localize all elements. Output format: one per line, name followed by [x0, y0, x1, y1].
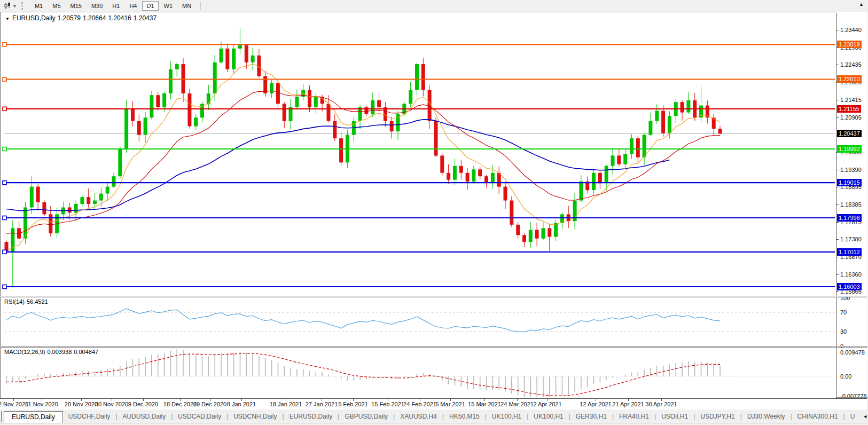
chart-tab-eurusd-daily[interactable]: EURUSD,Daily — [4, 411, 63, 423]
candle-body — [643, 135, 646, 158]
candle-body — [434, 121, 438, 156]
candle-body — [522, 235, 526, 242]
rsi-label: RSI(14)56.4521 — [4, 298, 50, 305]
candle-body — [308, 90, 311, 107]
panel-splitter[interactable] — [0, 296, 867, 297]
candle-body — [421, 64, 425, 90]
candle-body — [276, 83, 280, 104]
timeframe-button-w1[interactable]: W1 — [160, 1, 177, 11]
candle-body — [30, 187, 34, 208]
candle-body — [169, 69, 173, 93]
price-level-tag: 1.23019 — [837, 41, 862, 48]
candle-body — [542, 228, 545, 238]
candle-body — [162, 93, 166, 107]
chart-tab-usdjpy-h1[interactable]: USDJPY,H1 — [695, 411, 740, 423]
level-line-handle[interactable] — [3, 250, 6, 254]
candle-body — [681, 102, 684, 112]
price-axis-tick-label: 1.22435 — [840, 61, 862, 68]
candle-body — [579, 182, 583, 201]
chart-tab-uk100-h1[interactable]: UK100,H1 — [528, 411, 568, 423]
chart-tab-fra40-h1[interactable]: FRA40,H1 — [614, 411, 654, 423]
candle-body — [36, 187, 40, 202]
price-axis-tick-label: 1.16360 — [840, 271, 862, 278]
chart-tab-audusd-daily[interactable]: AUDUSD,Daily — [118, 411, 171, 423]
price-level-tag: 1.21155 — [837, 105, 861, 113]
macd-title: MACD(12,26,9) — [4, 349, 45, 355]
toolbar-grip-handle[interactable] — [21, 2, 26, 10]
price-axis-tick — [836, 100, 839, 100]
price-axis[interactable]: 1.234401.229301.224351.219251.214151.209… — [836, 12, 867, 398]
chart-tab-usdcnh-daily[interactable]: USDCNH,Daily — [228, 411, 282, 423]
timeframe-button-mn[interactable]: MN — [178, 1, 196, 11]
candle-body — [605, 166, 608, 183]
date-axis[interactable]: 2 Nov 202011 Nov 202020 Nov 202030 Nov 2… — [0, 398, 867, 410]
date-axis-label: 8 Jan 2021 — [227, 401, 256, 407]
scroll-left-icon[interactable]: ◄ — [860, 414, 868, 419]
level-line-handle[interactable] — [3, 216, 6, 220]
chart-tab-gbpusd-daily[interactable]: GBPUSD,Daily — [339, 411, 393, 423]
toolbar-overflow-icon[interactable]: ▲ — [859, 2, 864, 7]
date-axis-label: 30 Apr 2021 — [645, 401, 677, 407]
chart-tab-xauusd-h4[interactable]: XAUUSD,H4 — [395, 411, 442, 423]
timeframe-button-d1[interactable]: D1 — [142, 1, 158, 11]
timeframe-button-h4[interactable]: H4 — [125, 1, 141, 11]
chart-tab-dj30-weekly[interactable]: DJ30,Weekly — [742, 411, 790, 423]
candle-body — [238, 45, 242, 49]
candle-body — [232, 49, 236, 69]
candle-body — [270, 83, 273, 93]
candle-body — [99, 194, 103, 201]
level-line-handle[interactable] — [3, 285, 6, 289]
chart-tab-china300-h1[interactable]: CHINA300,H1 — [792, 411, 843, 423]
chart-tab-eurusd-daily[interactable]: EURUSD,Daily — [284, 411, 338, 423]
date-axis-label: 12 Apr 2021 — [580, 401, 611, 407]
price-axis-tick — [836, 65, 839, 65]
date-axis-label: 29 Dec 2020 — [193, 401, 226, 407]
candle-body — [529, 230, 533, 242]
candle-body — [118, 149, 122, 177]
price-level-tag: 1.16003 — [837, 283, 862, 290]
date-axis-label: 5 Mar 2021 — [435, 401, 465, 407]
rsi-panel-canvas[interactable] — [1, 297, 835, 346]
level-line-handle[interactable] — [3, 43, 6, 46]
date-axis-label: 11 Nov 2020 — [25, 401, 58, 407]
candle-body — [225, 49, 229, 69]
chart-tab-usdcad-daily[interactable]: USDCAD,Daily — [173, 411, 226, 423]
candlestick-chart-icon[interactable] — [2, 1, 13, 11]
candle-body — [87, 197, 90, 204]
price-axis-tick — [836, 239, 839, 240]
candle-body — [74, 204, 78, 212]
chart-tab-bar: EURUSD,DailyUSDCHF,Daily|AUDUSD,Daily|US… — [0, 410, 868, 423]
chart-tab-uk100-h1[interactable]: UK100,H1 — [487, 411, 527, 423]
chart-tab-u[interactable]: U — [845, 411, 861, 423]
level-line-handle[interactable] — [3, 107, 6, 111]
chart-tab-usdchf-daily[interactable]: USDCHF,Daily — [63, 411, 116, 423]
tabbar-grip-handle[interactable] — [1, 411, 2, 422]
chevron-down-icon[interactable]: ▼ — [13, 4, 17, 8]
chart-tab-usoil-h1[interactable]: USOil,H1 — [656, 411, 693, 423]
candle-body — [187, 93, 191, 126]
macd-axis-label: -0.007778 — [840, 393, 867, 399]
chart-tab-ger30-h1[interactable]: GER30,H1 — [570, 411, 612, 423]
timeframe-button-m1[interactable]: M1 — [30, 1, 47, 11]
candle-body — [510, 201, 513, 225]
timeframe-button-m15[interactable]: M15 — [66, 1, 86, 11]
level-line-handle[interactable] — [3, 181, 6, 185]
main-chart-canvas[interactable] — [1, 13, 835, 296]
candle-body — [535, 230, 539, 239]
price-axis-tick — [836, 274, 839, 275]
candle-body — [516, 225, 520, 235]
timeframe-button-m5[interactable]: M5 — [48, 1, 65, 11]
timeframe-button-h1[interactable]: H1 — [108, 1, 124, 11]
price-axis-tick — [836, 292, 839, 292]
candle-body — [213, 62, 217, 93]
chart-tab-hk50-m15[interactable]: HK50,M15 — [444, 411, 485, 423]
triangle-down-icon[interactable]: ▼ — [5, 17, 10, 21]
price-axis-tick-label: 1.21415 — [840, 97, 862, 103]
level-line-handle[interactable] — [3, 147, 6, 151]
macd-panel-canvas[interactable] — [1, 348, 835, 397]
level-line-handle[interactable] — [3, 77, 6, 81]
chart-symbol-period: EURUSD,Daily — [12, 14, 56, 22]
macd-axis-label: 0.009478 — [840, 349, 865, 356]
panel-splitter[interactable] — [0, 346, 867, 348]
timeframe-button-m30[interactable]: M30 — [87, 1, 107, 11]
